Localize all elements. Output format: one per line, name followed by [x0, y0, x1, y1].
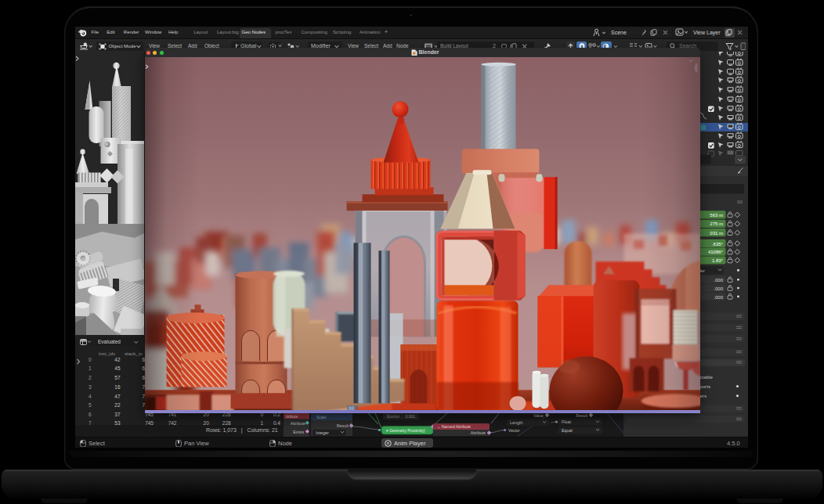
svg-text:Equal: Equal: [562, 428, 573, 433]
svg-text:Attribute: Attribute: [471, 430, 486, 435]
svg-text:0.001: 0.001: [405, 414, 415, 419]
svg-text:275 m: 275 m: [710, 221, 723, 226]
svg-text:Result: Result: [337, 423, 349, 428]
svg-text:031 m: 031 m: [710, 231, 723, 236]
svg-text:⏵ Geometry Proximity): ⏵ Geometry Proximity): [386, 428, 425, 433]
svg-text:563 m: 563 m: [710, 213, 723, 218]
svg-text:Attribute: Attribute: [291, 421, 305, 426]
svg-text:Exists: Exists: [293, 430, 304, 434]
svg-text:Value: Value: [533, 413, 544, 418]
svg-text:.000: .000: [714, 295, 723, 300]
svg-text:Vector: Vector: [508, 428, 520, 433]
svg-text:1.83°: 1.83°: [712, 258, 724, 263]
svg-text:ttribute: ttribute: [286, 414, 298, 419]
svg-text:Scale: Scale: [316, 415, 327, 419]
svg-text:41086°: 41086°: [708, 250, 724, 254]
svg-text:Result: Result: [576, 413, 587, 418]
svg-text:.000: .000: [714, 286, 723, 291]
svg-text:.635°: .635°: [712, 242, 724, 247]
svg-text:Integer: Integer: [316, 430, 329, 435]
svg-text:⌄ Named Attribute: ⌄ Named Attribute: [437, 424, 471, 429]
svg-text:.000: .000: [714, 278, 723, 283]
svg-text:Float: Float: [562, 419, 571, 424]
svg-text:Epsilon: Epsilon: [387, 414, 400, 419]
svg-text:Length: Length: [510, 420, 523, 425]
